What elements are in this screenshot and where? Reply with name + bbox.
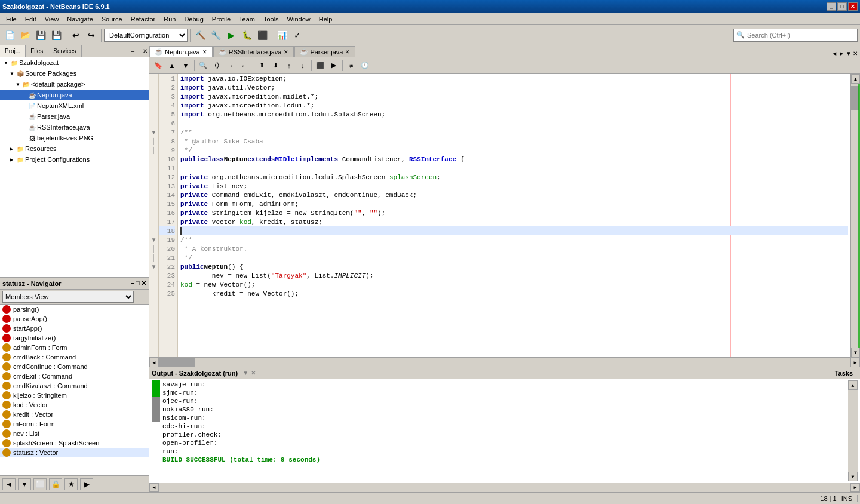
nav-item-pauseApp[interactable]: pauseApp() bbox=[0, 314, 149, 324]
code-editor[interactable]: ▼ │ │ ▼ │ │ ▼ bbox=[149, 74, 860, 367]
out-scroll-down[interactable]: ▼ bbox=[848, 472, 858, 481]
menu-tools[interactable]: Tools bbox=[260, 14, 282, 24]
tab-list-button[interactable]: ▼ bbox=[846, 50, 852, 57]
scroll-right-button[interactable]: ► bbox=[850, 358, 860, 367]
format-button[interactable]: ⟨⟩ bbox=[210, 59, 223, 72]
next-bookmark-button[interactable]: ▼ bbox=[179, 59, 192, 72]
toggle-bookmark-button[interactable]: 🔖 bbox=[152, 59, 165, 72]
next-match-button[interactable]: ↓ bbox=[296, 59, 309, 72]
prev-bookmark-button[interactable]: ▲ bbox=[165, 59, 179, 72]
prev-match-button[interactable]: ↑ bbox=[282, 59, 296, 72]
close-nav-button[interactable]: ✕ bbox=[141, 279, 146, 287]
nav-item-kredit[interactable]: kredit : Vector bbox=[0, 410, 149, 419]
menu-window[interactable]: Window bbox=[284, 14, 314, 24]
hscroll-thumb[interactable] bbox=[159, 358, 195, 367]
tree-item-neptunxml[interactable]: 📄 NeptunXML.xml bbox=[0, 100, 149, 111]
diff-button[interactable]: ≠ bbox=[345, 59, 358, 72]
stop-button[interactable]: ⬛ bbox=[255, 28, 269, 42]
menu-run[interactable]: Run bbox=[160, 14, 179, 24]
build-button[interactable]: 🔨 bbox=[193, 28, 207, 42]
tab-neptun[interactable]: ☕ Neptun.java ✕ bbox=[149, 46, 213, 57]
tree-item-parser[interactable]: ☕ Parser.java bbox=[0, 111, 149, 122]
prev-error-button[interactable]: ⬆ bbox=[255, 59, 268, 72]
close-tab-rss[interactable]: ✕ bbox=[284, 49, 288, 55]
members-view-dropdown[interactable]: Members View bbox=[2, 291, 134, 303]
tasks-tab[interactable]: Tasks bbox=[830, 370, 858, 377]
stop-ed-button[interactable]: ⬛ bbox=[314, 59, 327, 72]
lock-button[interactable]: 🔒 bbox=[49, 478, 62, 490]
menu-navigate[interactable]: Navigate bbox=[63, 14, 96, 24]
minimize-nav-button[interactable]: – bbox=[131, 279, 134, 287]
nav-item-cmdBack[interactable]: cmdBack : Command bbox=[0, 352, 149, 362]
redo-button[interactable]: ↪ bbox=[84, 28, 99, 42]
output-scrollbar[interactable]: ▲ ▼ bbox=[848, 380, 858, 481]
close-button[interactable]: ✕ bbox=[848, 2, 858, 11]
tree-item-resources[interactable]: ▶ 📁 Resources bbox=[0, 143, 149, 154]
save-button[interactable]: 💾 bbox=[33, 28, 48, 42]
output-x-button[interactable]: ✕ bbox=[251, 370, 256, 376]
zoom-in-button[interactable]: 🔍 bbox=[196, 59, 210, 72]
out-scroll-up[interactable]: ▲ bbox=[848, 380, 858, 390]
tree-item-rssinterface[interactable]: ☕ RSSInterface.java bbox=[0, 122, 149, 133]
maximize-button[interactable]: □ bbox=[837, 2, 847, 11]
tree-item-png[interactable]: 🖼 bejelentkezes.PNG bbox=[0, 133, 149, 143]
undo-button[interactable]: ↩ bbox=[69, 28, 83, 42]
output-hscrollbar[interactable]: ◄ ► bbox=[149, 483, 860, 492]
editor-hscrollbar[interactable]: ◄ ► bbox=[149, 357, 860, 367]
nav-item-kijelzo[interactable]: kijelzo : StringItem bbox=[0, 391, 149, 400]
nav-item-statusz[interactable]: statusz : Vector bbox=[0, 448, 149, 457]
nav-item-startApp[interactable]: startApp() bbox=[0, 324, 149, 333]
close-tab-parser[interactable]: ✕ bbox=[345, 49, 350, 55]
tree-item-neptun[interactable]: ☕ Neptun.java bbox=[0, 90, 149, 100]
menu-refactor[interactable]: Refactor bbox=[127, 14, 159, 24]
close-tab-neptun[interactable]: ✕ bbox=[202, 49, 207, 55]
tab-projects[interactable]: Proj... bbox=[0, 45, 26, 57]
tab-files[interactable]: Files bbox=[26, 45, 48, 57]
back-button[interactable]: ◄ bbox=[2, 478, 16, 490]
run-button[interactable]: ▶ bbox=[224, 28, 238, 42]
tab-rssinterface[interactable]: ☕ RSSInterface.java ✕ bbox=[213, 46, 294, 57]
out-hscroll-left[interactable]: ◄ bbox=[149, 483, 159, 492]
menu-team[interactable]: Team bbox=[235, 14, 259, 24]
menu-edit[interactable]: Edit bbox=[22, 14, 40, 24]
nav-item-splashScreen[interactable]: splashScreen : SplashScreen bbox=[0, 438, 149, 448]
nav-item-cmdContinue[interactable]: cmdContinue : Command bbox=[0, 362, 149, 371]
run-ed-button[interactable]: ▶ bbox=[327, 59, 340, 72]
nav-item-targyInit[interactable]: targyInitialize() bbox=[0, 333, 149, 343]
scroll-down-button[interactable]: ▼ bbox=[851, 348, 860, 357]
menu-help[interactable]: Help bbox=[315, 14, 336, 24]
maximize-panel-button[interactable]: □ bbox=[136, 48, 142, 54]
outdent-button[interactable]: ← bbox=[238, 59, 251, 72]
nav-item-nev[interactable]: nev : List bbox=[0, 429, 149, 438]
open-button[interactable]: 📂 bbox=[18, 28, 32, 42]
maximize-nav-button[interactable]: □ bbox=[136, 279, 140, 287]
tree-item-root[interactable]: ▼ 📁 Szakdolgozat bbox=[0, 57, 149, 68]
menu-profile[interactable]: Profile bbox=[208, 14, 234, 24]
scroll-up-button[interactable]: ▲ bbox=[851, 74, 860, 84]
tab-services[interactable]: Services bbox=[48, 45, 81, 57]
forward-button[interactable]: ▼ bbox=[18, 478, 31, 490]
nav-item-parsing[interactable]: parsing() bbox=[0, 305, 149, 314]
history-ed-button[interactable]: 🕐 bbox=[358, 59, 371, 72]
menu-view[interactable]: View bbox=[41, 14, 63, 24]
scroll-right-button[interactable]: ► bbox=[838, 50, 844, 57]
profile-button[interactable]: 📊 bbox=[275, 28, 289, 42]
menu-debug[interactable]: Debug bbox=[180, 14, 207, 24]
play-button[interactable]: ▶ bbox=[80, 478, 93, 490]
next-error-button[interactable]: ⬇ bbox=[269, 59, 282, 72]
tab-parser[interactable]: ☕ Parser.java ✕ bbox=[294, 46, 355, 57]
menu-file[interactable]: File bbox=[2, 14, 20, 24]
window-controls[interactable]: _ □ ✕ bbox=[827, 2, 858, 11]
fav-button[interactable]: ★ bbox=[64, 478, 78, 490]
tree-item-project-config[interactable]: ▶ 📁 Project Configurations bbox=[0, 154, 149, 165]
tree-item-source[interactable]: ▼ 📦 Source Packages bbox=[0, 68, 149, 79]
scroll-left-button[interactable]: ◄ bbox=[831, 50, 837, 57]
code-content[interactable]: import java.io.IOException; import java.… bbox=[178, 74, 850, 357]
minimize-panel-button[interactable]: – bbox=[130, 48, 136, 54]
nav-item-adminForm[interactable]: adminForm : Form bbox=[0, 343, 149, 352]
output-close-button[interactable]: ▼ bbox=[242, 370, 248, 376]
nav-item-mForm[interactable]: mForm : Form bbox=[0, 419, 149, 429]
minimize-button[interactable]: _ bbox=[827, 2, 836, 11]
config-dropdown[interactable]: DefaultConfiguration bbox=[104, 29, 188, 42]
close-panel-button[interactable]: ✕ bbox=[142, 48, 149, 54]
